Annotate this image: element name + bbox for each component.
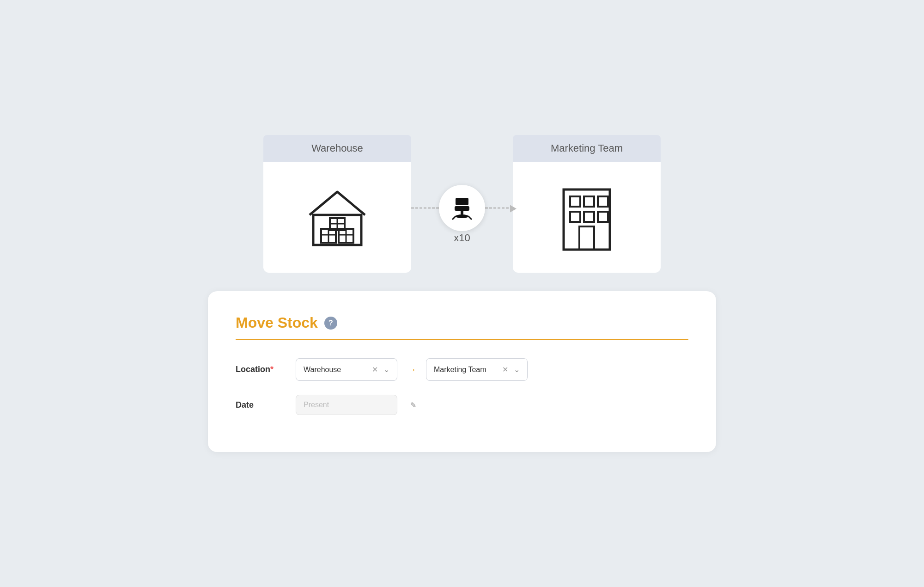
dashed-line-left [411, 208, 439, 209]
svg-rect-10 [456, 198, 468, 205]
form-title-row: Move Stock ? [236, 314, 688, 331]
location-arrow: → [407, 364, 417, 376]
source-location-label: Warehouse [311, 142, 363, 154]
warehouse-icon [300, 180, 374, 254]
svg-rect-19 [598, 196, 608, 207]
form-title: Move Stock [236, 314, 318, 331]
page-container: Warehouse [208, 135, 716, 452]
svg-line-15 [468, 216, 471, 219]
svg-line-14 [453, 216, 456, 219]
source-clear-icon[interactable]: ✕ [370, 364, 380, 375]
building-icon [554, 180, 619, 254]
destination-select[interactable]: Marketing Team ✕ ⌄ [426, 358, 528, 381]
date-select[interactable]: Present [296, 395, 397, 415]
svg-rect-11 [455, 206, 469, 211]
dashed-line-right [485, 208, 513, 209]
svg-rect-22 [598, 212, 608, 222]
source-location-block: Warehouse [263, 135, 411, 273]
source-location-body [263, 162, 411, 273]
chair-circle [439, 185, 485, 231]
arrow-right [510, 205, 517, 213]
destination-location-block: Marketing Team [513, 135, 661, 273]
svg-rect-17 [570, 196, 580, 207]
source-select[interactable]: Warehouse ✕ ⌄ [296, 358, 397, 381]
destination-clear-icon[interactable]: ✕ [500, 364, 510, 375]
source-location-header: Warehouse [263, 135, 411, 162]
chair-icon [450, 196, 474, 220]
form-section: Move Stock ? Location* Warehouse ✕ ⌄ → M… [208, 291, 716, 452]
date-label: Date [236, 400, 286, 410]
source-select-value: Warehouse [304, 366, 366, 374]
form-divider [236, 339, 688, 340]
svg-rect-12 [461, 211, 463, 214]
svg-rect-20 [570, 212, 580, 222]
transfer-arrow-row [411, 190, 513, 226]
svg-rect-18 [584, 196, 594, 207]
help-icon[interactable]: ? [324, 317, 337, 330]
location-label: Location* [236, 365, 286, 374]
edit-icon[interactable]: ✎ [410, 401, 416, 410]
svg-rect-21 [584, 212, 594, 222]
location-form-row: Location* Warehouse ✕ ⌄ → Marketing Team… [236, 358, 688, 381]
help-icon-label: ? [328, 319, 333, 327]
svg-rect-23 [579, 226, 594, 250]
svg-point-13 [456, 214, 468, 218]
destination-chevron-icon[interactable]: ⌄ [514, 365, 520, 374]
quantity-label: x10 [454, 232, 470, 244]
date-form-row: Date Present ✎ [236, 395, 688, 415]
date-placeholder: Present [304, 401, 389, 409]
destination-select-value: Marketing Team [434, 366, 497, 374]
destination-location-label: Marketing Team [551, 142, 623, 154]
destination-location-body [513, 162, 661, 273]
required-star: * [270, 365, 274, 374]
transfer-section: x10 [411, 190, 513, 244]
destination-location-header: Marketing Team [513, 135, 661, 162]
diagram-section: Warehouse [208, 135, 716, 273]
source-chevron-icon[interactable]: ⌄ [383, 365, 389, 374]
